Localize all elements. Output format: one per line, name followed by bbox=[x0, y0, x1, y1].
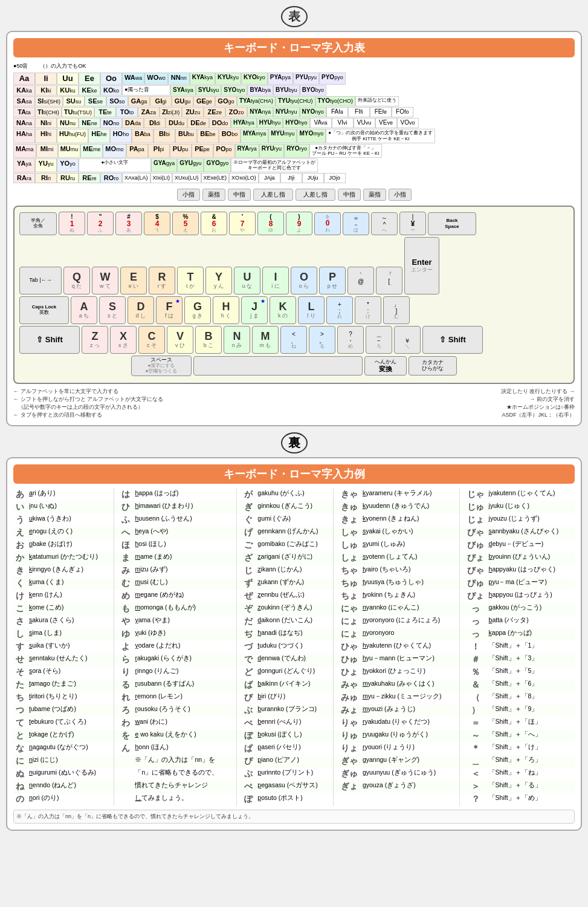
key-semicolon[interactable]: + ; れ bbox=[326, 296, 353, 324]
key-slash[interactable]: ? ・ め bbox=[337, 326, 364, 354]
backspace-key[interactable]: BackSpace bbox=[428, 212, 476, 235]
key-2[interactable]: " 2 ふ bbox=[87, 212, 114, 235]
col-divider bbox=[237, 768, 242, 781]
key-c[interactable]: C c そ bbox=[138, 326, 165, 354]
key-at[interactable]: ｀ @ ゛ bbox=[347, 267, 374, 294]
key-tab[interactable]: Tab |←→ bbox=[19, 267, 62, 294]
kana-cell: ず bbox=[242, 577, 255, 590]
key-h[interactable]: H h く bbox=[213, 296, 239, 324]
rt-cell-kya: KYAkya bbox=[190, 73, 215, 85]
table-row: そsora (そら)りrinngo (りんご)どdonnguri (どんぐり)ひ… bbox=[13, 666, 575, 679]
key-henkan[interactable]: へんかん 変換 bbox=[364, 356, 407, 375]
key-shift-right[interactable]: ⇧ Shift bbox=[422, 326, 483, 354]
key-t[interactable]: T t か bbox=[177, 267, 204, 294]
key-a[interactable]: A a ち bbox=[71, 296, 97, 324]
col-divider bbox=[237, 755, 242, 768]
roman-cell: kyuudenn (きゅうでん) bbox=[360, 501, 459, 514]
col-divider bbox=[114, 641, 120, 654]
key-5[interactable]: % 5 え bbox=[172, 212, 199, 235]
key-enter[interactable]: Enter エンター bbox=[404, 237, 439, 294]
key-minus[interactable]: ＝ － ほ bbox=[343, 212, 369, 235]
finger-label-middle-l: 中指 bbox=[228, 189, 251, 201]
key-b[interactable]: B b こ bbox=[195, 326, 222, 354]
rt-cell-hi: HIhi bbox=[35, 129, 57, 143]
key-muhenkan[interactable]: スペース ●漢字にする ●空欄をつくる bbox=[131, 356, 192, 375]
kana-cell: ＜ bbox=[465, 768, 486, 781]
key-m[interactable]: M m も bbox=[252, 326, 279, 354]
roman-cell: yuki (ゆき) bbox=[132, 628, 236, 641]
rt-cell-ga: GAga bbox=[128, 96, 150, 106]
kana-cell: ぼ bbox=[242, 730, 255, 743]
key-period[interactable]: > 。 る bbox=[309, 326, 335, 354]
key-g[interactable]: G g き bbox=[184, 296, 211, 324]
key-bracket-r[interactable]: 」 ] む bbox=[383, 296, 410, 324]
kana-cell: きゃ bbox=[338, 489, 360, 501]
key-l[interactable]: L l り bbox=[298, 296, 325, 324]
key-s[interactable]: S s と bbox=[99, 296, 126, 324]
rt-cell-tyo: TYOtyo(CHO) bbox=[315, 96, 356, 106]
key-bracket-l[interactable]: 「 [ ゜ bbox=[376, 267, 402, 294]
key-katakana[interactable]: カタカナ ひらがな bbox=[409, 356, 457, 375]
table-row: にnizi (にじ)※「ん」の入力は「nn」をぴpiano (ピアノ)ぎゃgya… bbox=[13, 755, 575, 768]
key-z[interactable]: Z z っ bbox=[82, 326, 108, 354]
key-9[interactable]: ) 9 よ bbox=[286, 212, 312, 235]
kana-cell: め bbox=[119, 590, 132, 603]
rt-note-6: ※ローマ字の最初のアルファベットがキーボードと同じ色です bbox=[231, 158, 318, 172]
key-4[interactable]: $ 4 う bbox=[144, 212, 170, 235]
rt-cell-ze: ZEze bbox=[204, 107, 225, 117]
key-colon[interactable]: * : け bbox=[355, 296, 381, 324]
kana-cell: しゃ bbox=[338, 527, 360, 539]
key-n[interactable]: N n み bbox=[224, 326, 250, 354]
key-6[interactable]: & 6 お bbox=[201, 212, 227, 235]
col-divider bbox=[237, 666, 242, 679]
col-divider bbox=[237, 692, 242, 704]
key-i[interactable]: I i に bbox=[262, 267, 289, 294]
kana-cell: は bbox=[119, 489, 132, 501]
key-e[interactable]: E e い bbox=[120, 267, 147, 294]
key-1[interactable]: ! 1 ぬ bbox=[59, 212, 85, 235]
key-yen[interactable]: | ¥ ー bbox=[399, 212, 426, 235]
table-row: つtubame (つばめ)ろrousoku (ろうそく)ぶburannko (ブ… bbox=[13, 704, 575, 717]
key-caret[interactable]: ～ ^ へ bbox=[371, 212, 398, 235]
rt-cell-so: SOso bbox=[106, 96, 128, 106]
key-o[interactable]: O o ら bbox=[291, 267, 317, 294]
key-f[interactable]: F f は ★ bbox=[156, 296, 183, 324]
key-space[interactable] bbox=[193, 356, 363, 375]
roman-cell: 「n」に省略もできるので、 bbox=[132, 768, 236, 781]
roman-cell: rinngo (りんご) bbox=[132, 666, 236, 679]
key-x[interactable]: X x さ bbox=[110, 326, 137, 354]
key-extra[interactable]: ￥ ＼ bbox=[394, 326, 421, 354]
finger-label-pinky-l: 小指 bbox=[177, 189, 200, 201]
key-3[interactable]: # 3 あ bbox=[115, 212, 142, 235]
key-y[interactable]: Y y ん bbox=[205, 267, 232, 294]
key-q[interactable]: Q q た bbox=[63, 267, 90, 294]
key-backslash[interactable]: ＿ − ろ bbox=[366, 326, 392, 354]
kana-cell: せ bbox=[13, 654, 27, 666]
roman-cell: yodare (よだれ) bbox=[132, 641, 236, 654]
key-u[interactable]: U u な bbox=[234, 267, 260, 294]
key-7[interactable]: ' 7 や bbox=[229, 212, 256, 235]
col-divider bbox=[333, 654, 338, 666]
roman-cell: ※「ん」の入力は「nn」を bbox=[132, 755, 236, 768]
key-r[interactable]: R r す bbox=[149, 267, 175, 294]
rt-cell-sya: SYAsya bbox=[170, 85, 196, 96]
key-k[interactable]: K k の bbox=[270, 296, 296, 324]
rt-cell-syu: SYUsyu bbox=[196, 85, 222, 96]
key-hankaku[interactable]: 半角／全角 bbox=[19, 212, 57, 235]
rt-cell-si: SIsi(SHI) bbox=[35, 96, 63, 106]
key-d[interactable]: D d し bbox=[128, 296, 154, 324]
key-capslock[interactable]: Caps Lock 英数 bbox=[19, 296, 69, 324]
rt-cell-yu: YUyu bbox=[35, 158, 57, 172]
rt-cell-sa: SAsa bbox=[13, 96, 35, 106]
col-divider bbox=[333, 603, 338, 616]
key-8[interactable]: ( 8 ゆ bbox=[257, 212, 284, 235]
key-j[interactable]: J j ま ★ bbox=[241, 296, 268, 324]
key-0[interactable]: を 0 わ bbox=[314, 212, 341, 235]
kana-cell: しょ bbox=[338, 552, 360, 565]
rt-cell-ka: KAka bbox=[13, 85, 35, 96]
key-v[interactable]: V v ひ bbox=[167, 326, 193, 354]
key-shift-left[interactable]: ⇧ Shift bbox=[19, 326, 80, 354]
key-w[interactable]: W w て bbox=[92, 267, 118, 294]
key-comma[interactable]: < 、 ね bbox=[280, 326, 307, 354]
key-p[interactable]: P p せ bbox=[319, 267, 346, 294]
